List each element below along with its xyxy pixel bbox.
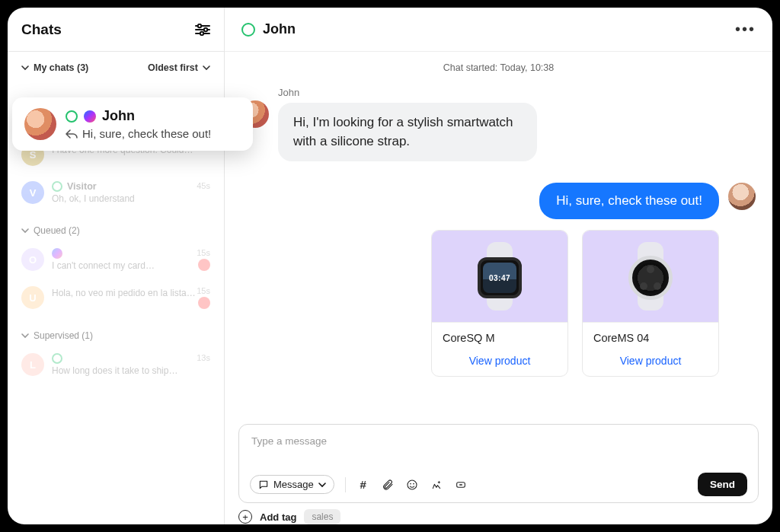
chat-time: 15s <box>197 286 210 295</box>
attachment-icon[interactable] <box>381 478 395 492</box>
sidebar-filters: My chats (3) Oldest first <box>8 52 224 81</box>
chat-header: John ••• <box>225 8 772 52</box>
product-carousel: 03:47 CoreSQ M View product <box>241 230 756 377</box>
message-bubble: Hi, sure, check these out! <box>539 183 719 219</box>
alert-badge <box>198 259 210 271</box>
svg-point-3 <box>198 24 201 27</box>
composer: Type a message Message # <box>238 424 759 503</box>
chat-list-item[interactable]: U Hola, no veo mi pedido en la lista… 15… <box>8 279 224 317</box>
add-tag-label[interactable]: Add tag <box>260 511 296 523</box>
chat-scroll[interactable]: Chat started: Today, 10:38 John Hi, I'm … <box>225 52 772 415</box>
svg-point-5 <box>200 31 203 34</box>
ai-suggest-icon[interactable] <box>430 478 443 492</box>
chat-preview: How long does it take to ship… <box>52 365 210 376</box>
plus-icon[interactable]: + <box>238 510 252 524</box>
chat-bubble-icon <box>258 479 269 490</box>
message-mode-label: Message <box>273 479 314 490</box>
chat-preview: Hi, sure, check these out! <box>82 127 211 140</box>
sort-toggle[interactable]: Oldest first <box>148 62 210 73</box>
avatar: O <box>21 248 44 271</box>
message-mode-selector[interactable]: Message <box>250 475 334 494</box>
agent-avatar <box>728 183 756 210</box>
avatar: L <box>21 353 44 376</box>
sidebar-title: Chats <box>21 21 62 38</box>
chat-list-item[interactable]: O I can't connect my card… 15s <box>8 241 224 279</box>
chat-time: 13s <box>197 353 210 362</box>
message-bubble: Hi, I'm looking for a stylish smartwatch… <box>278 103 537 161</box>
product-image: 03:47 <box>432 231 567 322</box>
chevron-down-icon <box>203 64 210 72</box>
sidebar-header: Chats <box>8 8 224 52</box>
filter-icon[interactable] <box>195 24 210 36</box>
chat-list-item[interactable]: V Visitor Oh, ok, I understand 45s <box>8 174 224 212</box>
reply-icon <box>66 129 78 139</box>
chevron-down-icon <box>21 227 29 234</box>
chevron-down-icon <box>318 481 326 489</box>
outgoing-message: Hi, sure, check these out! <box>241 183 756 219</box>
section-supervised-toggle[interactable]: Supervised (1) <box>8 317 224 346</box>
avatar: U <box>21 286 44 309</box>
avatar <box>24 108 56 140</box>
sidebar: Chats My chats (3) Oldest <box>8 8 225 524</box>
status-online-icon <box>241 23 255 37</box>
product-name: CoreSQ M <box>432 322 567 347</box>
watch-time: 03:47 <box>483 263 516 293</box>
my-chats-toggle[interactable]: My chats (3) <box>21 62 88 73</box>
svg-point-6 <box>408 480 417 489</box>
chat-time: 15s <box>197 248 210 257</box>
chevron-down-icon <box>21 332 29 339</box>
svg-point-4 <box>204 27 207 30</box>
product-image <box>583 231 718 322</box>
product-card[interactable]: 03:47 CoreSQ M View product <box>431 230 568 377</box>
status-online-icon <box>52 181 62 192</box>
divider <box>345 477 346 492</box>
chat-name: Visitor <box>67 181 97 192</box>
status-online-icon <box>52 353 62 364</box>
tag-chip[interactable]: sales <box>304 509 340 524</box>
send-button[interactable]: Send <box>698 473 747 496</box>
chat-list-item-active[interactable]: John Hi, sure, check these out! <box>12 97 253 151</box>
product-card[interactable]: CoreMS 04 View product <box>582 230 719 377</box>
view-product-link[interactable]: View product <box>583 347 718 376</box>
alert-badge <box>198 297 210 309</box>
avatar: V <box>21 181 44 204</box>
svg-point-7 <box>410 483 411 484</box>
canned-response-icon[interactable] <box>454 478 468 492</box>
emoji-icon[interactable] <box>405 478 419 492</box>
add-tag-row: + Add tag sales <box>238 509 759 524</box>
svg-rect-10 <box>459 484 462 485</box>
hashtag-icon[interactable]: # <box>356 478 370 492</box>
sender-name: John <box>278 87 537 98</box>
incoming-message: John Hi, I'm looking for a stylish smart… <box>241 87 756 161</box>
chat-list-item[interactable]: L How long does it take to ship… 13s <box>8 346 224 384</box>
view-product-link[interactable]: View product <box>432 347 567 376</box>
section-queued-label: Queued (2) <box>34 225 80 236</box>
status-online-icon <box>66 110 78 123</box>
messenger-icon <box>84 110 96 123</box>
chat-time: 45s <box>197 181 210 190</box>
chat-started-label: Chat started: Today, 10:38 <box>241 62 756 73</box>
chat-preview: Oh, ok, I understand <box>52 193 210 204</box>
chevron-down-icon <box>21 64 29 72</box>
chat-main: John ••• Chat started: Today, 10:38 John… <box>225 8 772 524</box>
chat-title: John <box>263 21 296 37</box>
section-supervised-label: Supervised (1) <box>34 330 93 341</box>
section-queued-toggle[interactable]: Queued (2) <box>8 212 224 241</box>
chat-preview: Hola, no veo mi pedido en la lista… <box>52 288 210 298</box>
composer-toolbar: Message # <box>250 473 747 496</box>
product-name: CoreMS 04 <box>583 322 718 347</box>
more-menu-button[interactable]: ••• <box>735 21 756 38</box>
svg-point-8 <box>413 483 414 484</box>
sort-label: Oldest first <box>148 62 198 73</box>
messenger-icon <box>52 248 62 259</box>
my-chats-label: My chats (3) <box>34 62 88 73</box>
message-input[interactable]: Type a message <box>250 432 747 473</box>
chat-preview: I can't connect my card… <box>52 260 210 271</box>
chat-name: John <box>102 108 135 124</box>
